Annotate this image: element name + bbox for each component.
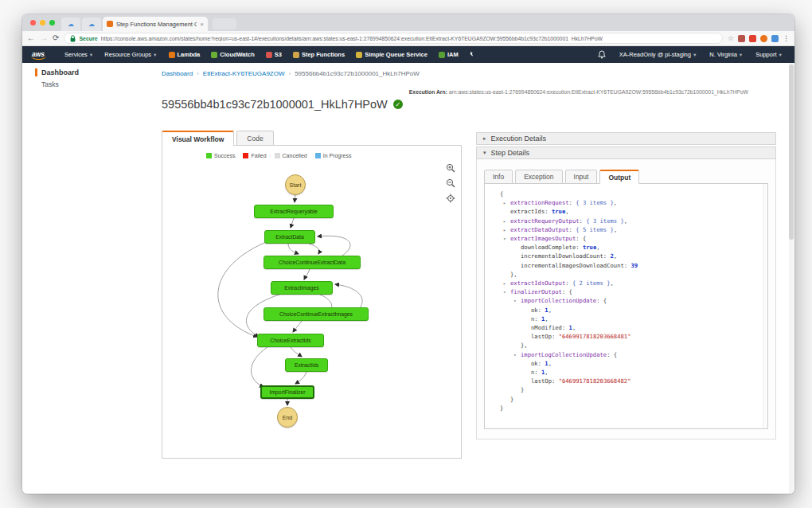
tab-visual-workflow[interactable]: Visual Workflow: [162, 131, 234, 146]
resource-groups-menu[interactable]: Resource Groups▼: [99, 51, 162, 58]
shortcut-simple-queue-service[interactable]: Simple Queue Service: [350, 51, 433, 58]
simple-queue-service-icon: [356, 52, 362, 58]
browser-window: ☁ ☁ Step Functions Management C × ← → ⟳ …: [22, 14, 794, 494]
browser-actions: ☆ ⋮: [728, 34, 790, 42]
success-check-icon: ✓: [393, 100, 403, 109]
breadcrumb-separator: ›: [289, 70, 291, 77]
json-line: ok: 1,: [485, 359, 767, 368]
url-text: https://console.aws.amazon.com/states/ho…: [101, 36, 603, 41]
tab-input[interactable]: Input: [565, 170, 598, 184]
region-menu[interactable]: N. Virginia▼: [704, 51, 748, 58]
workflow-node-extractimages[interactable]: ExtractImages: [271, 281, 333, 295]
shortcut-step-functions[interactable]: Step Functions: [287, 51, 350, 58]
collapse-toggle-icon[interactable]: ▾: [513, 296, 521, 305]
close-tab-icon[interactable]: ×: [200, 21, 204, 28]
breadcrumb: Dashboard›EtlExtract-KY6TEUGA9ZOW›59556b…: [162, 70, 420, 77]
services-menu[interactable]: Services▼: [59, 51, 99, 58]
workflow-node-start[interactable]: Start: [285, 174, 306, 195]
json-line: n: 1,: [485, 315, 767, 323]
browser-menu-icon[interactable]: ⋮: [783, 34, 790, 42]
aws-logo[interactable]: aws: [29, 50, 53, 60]
console-page: Dashboard Tasks Dashboard›EtlExtract-KY6…: [22, 63, 794, 494]
new-tab-button[interactable]: [213, 18, 236, 29]
page-scroll-thumb[interactable]: [789, 64, 794, 240]
expand-toggle-icon[interactable]: ▸: [503, 279, 510, 287]
tab-exception[interactable]: Exception: [515, 170, 562, 184]
browser-tabstrip: ☁ ☁ Step Functions Management C ×: [22, 14, 794, 31]
browser-tab-active[interactable]: Step Functions Management C ×: [103, 17, 208, 31]
extension-icon[interactable]: [749, 35, 756, 42]
service-shortcuts: LambdaCloudWatchS3Step FunctionsSimple Q…: [163, 51, 464, 58]
collapse-toggle-icon[interactable]: ▾: [503, 287, 510, 296]
account-menu[interactable]: XA-ReadOnly @ pl-staging▼: [614, 51, 703, 58]
workflow-node-choicecontinueextractdata[interactable]: ChoiceContinueExtractData: [264, 256, 361, 269]
shortcut-iam[interactable]: IAM: [433, 51, 464, 58]
bookmark-star-icon[interactable]: ☆: [728, 34, 734, 42]
page-scrollbar[interactable]: [789, 63, 794, 494]
json-line: downloadComplete: true,: [485, 243, 767, 252]
workflow-node-extractids[interactable]: ExtractIds: [285, 358, 328, 372]
support-menu[interactable]: Support▼: [750, 51, 788, 58]
window-controls: [29, 14, 61, 31]
workflow-node-importfinalizer[interactable]: ImportFinalizer: [260, 385, 314, 399]
expand-toggle-icon[interactable]: ▸: [503, 225, 510, 234]
json-line: lastOp: "6469917818203668481": [485, 332, 767, 341]
json-line: }: [485, 385, 767, 394]
pinned-tab[interactable]: ☁: [82, 18, 101, 31]
json-line: },: [485, 341, 767, 350]
code-scrollbar[interactable]: [763, 184, 767, 428]
json-line: ok: 1,: [485, 306, 767, 315]
tab-code[interactable]: Code: [236, 131, 273, 146]
chevron-down-icon: ▼: [89, 53, 93, 57]
zoom-window-button[interactable]: [49, 20, 55, 25]
execution-details-header[interactable]: ▸ Execution Details: [476, 132, 776, 145]
visual-workflow-panel: SuccessFailedCancelledIn Progress: [162, 145, 462, 459]
close-window-button[interactable]: [30, 20, 36, 25]
expand-toggle-icon[interactable]: ▸: [503, 217, 510, 225]
json-line: ▾importLogCollectionUpdate: {: [485, 350, 767, 359]
json-line: ▾importCollectionUpdate: {: [485, 296, 767, 305]
extension-icon[interactable]: [771, 35, 779, 42]
workflow-edges: [162, 146, 461, 458]
chevron-down-icon: ▼: [779, 53, 783, 57]
tab-output[interactable]: Output: [599, 170, 639, 184]
tab-title: Step Functions Management C: [116, 21, 197, 28]
step-details-header[interactable]: ▾ Step Details: [476, 147, 776, 159]
workflow-node-extractrequeryable[interactable]: ExtractRequeryable: [254, 205, 334, 218]
collapse-toggle-icon[interactable]: ▾: [513, 350, 521, 359]
address-bar[interactable]: Secure https://console.aws.amazon.com/st…: [64, 33, 723, 44]
sidebar-item-dashboard[interactable]: Dashboard: [35, 68, 79, 76]
output-json-viewer: {▸extractionRequest: { 3 items },extract…: [484, 183, 768, 429]
notifications-bell-icon[interactable]: [598, 50, 606, 59]
pin-icon[interactable]: [467, 51, 474, 59]
shortcut-s3[interactable]: S3: [260, 51, 287, 58]
tab-info[interactable]: Info: [484, 170, 513, 184]
forward-button[interactable]: →: [40, 34, 48, 42]
chevron-down-icon: ▼: [739, 53, 743, 57]
workflow-node-choiceextractids[interactable]: ChoiceExtractIds: [257, 334, 324, 347]
pinned-tab[interactable]: ☁: [61, 18, 80, 31]
extension-icon[interactable]: [738, 35, 745, 42]
workflow-node-extractdata[interactable]: ExtractData: [264, 230, 315, 244]
breadcrumb-item[interactable]: EtlExtract-KY6TEUGA9ZOW: [203, 70, 285, 77]
workflow-node-end[interactable]: End: [277, 407, 298, 428]
execution-arn-label: Execution Arn:: [409, 89, 447, 95]
execution-arn-value: arn:aws:states:us-east-1:276994850624:ex…: [449, 89, 748, 95]
cloud-icon: ☁: [68, 21, 74, 28]
shortcut-lambda[interactable]: Lambda: [163, 51, 206, 58]
sidebar-item-tasks[interactable]: Tasks: [41, 80, 59, 88]
chevron-down-icon: ▾: [483, 150, 486, 156]
json-line: ▸extractionRequest: { 3 items },: [485, 198, 767, 207]
collapse-toggle-icon[interactable]: ▾: [503, 234, 510, 243]
minimize-window-button[interactable]: [40, 20, 45, 25]
breadcrumb-item[interactable]: Dashboard: [162, 70, 193, 77]
expand-toggle-icon[interactable]: ▸: [503, 198, 510, 207]
chevron-right-icon: ▸: [483, 135, 486, 142]
execution-details-label: Execution Details: [491, 135, 547, 143]
workflow-node-choicecontinueextractimages[interactable]: ChoiceContinueExtractImages: [264, 307, 369, 321]
back-button[interactable]: ←: [27, 34, 35, 42]
shortcut-cloudwatch[interactable]: CloudWatch: [205, 51, 260, 58]
json-line: },: [485, 270, 767, 279]
extension-icon[interactable]: [760, 35, 767, 42]
reload-button[interactable]: ⟳: [53, 34, 59, 42]
